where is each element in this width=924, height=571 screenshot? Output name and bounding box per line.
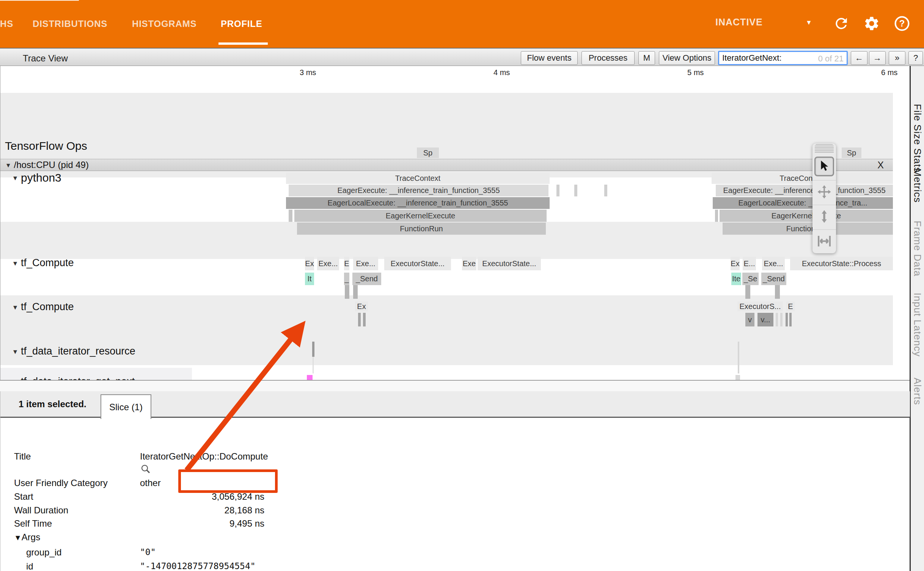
collapse-arrow-icon[interactable]: ▾ bbox=[6, 161, 10, 169]
trace-slice[interactable] bbox=[312, 342, 314, 357]
trace-slice[interactable] bbox=[358, 313, 361, 326]
more-button[interactable]: » bbox=[889, 51, 905, 65]
move-arrows-icon bbox=[816, 184, 832, 201]
tab-histograms[interactable]: HISTOGRAMS bbox=[132, 0, 196, 48]
trace-slice[interactable]: EagerLocalExecute: __inference_tra... bbox=[713, 197, 893, 209]
sidebar-tab-input-latency[interactable]: Input Latency bbox=[911, 293, 923, 357]
trace-slice[interactable]: EagerExecute: __inference_train_function… bbox=[289, 185, 548, 196]
gear-icon[interactable] bbox=[862, 14, 882, 33]
processes-button[interactable]: Processes bbox=[581, 51, 635, 65]
trace-slice[interactable]: EagerKernelExecute bbox=[294, 210, 547, 222]
trace-slice[interactable] bbox=[789, 313, 792, 326]
trace-slice[interactable] bbox=[353, 285, 358, 299]
trace-slice[interactable]: _Send bbox=[761, 273, 786, 285]
trace-slice[interactable] bbox=[345, 285, 349, 299]
trace-slice[interactable]: ExecutorS... bbox=[737, 301, 783, 311]
trace-timeline-canvas[interactable]: 3 ms4 ms5 ms6 msTraceContextTraceContext… bbox=[0, 66, 924, 380]
trace-slice[interactable]: FunctionRun bbox=[297, 223, 546, 235]
selection-tool-button[interactable] bbox=[812, 153, 836, 180]
trace-slice[interactable]: TraceContext bbox=[712, 173, 893, 184]
trace-slice[interactable]: ExecutorState... bbox=[384, 257, 451, 270]
trace-slice[interactable]: ExecutorState::Process bbox=[790, 257, 893, 270]
trace-slice[interactable]: Ex bbox=[731, 257, 740, 270]
tab-profile[interactable]: PROFILE bbox=[221, 0, 262, 48]
trace-search-input[interactable] bbox=[719, 52, 847, 64]
collapse-arrow-icon[interactable]: ▾ bbox=[13, 259, 17, 268]
run-status-dropdown[interactable]: INACTIVE▼ bbox=[715, 17, 763, 28]
trace-slice[interactable]: E bbox=[786, 301, 795, 311]
row-label-tensorflow-ops[interactable]: TensorFlow Ops bbox=[5, 140, 87, 152]
trace-slice[interactable] bbox=[604, 185, 607, 196]
trace-slice[interactable]: Ite bbox=[731, 273, 741, 285]
trace-slice[interactable]: Exe... bbox=[317, 257, 339, 270]
find-next-button[interactable]: → bbox=[869, 51, 886, 65]
trace-slice[interactable] bbox=[776, 313, 778, 326]
collapse-arrow-icon[interactable]: ▾ bbox=[13, 303, 17, 312]
trace-slice[interactable]: It bbox=[305, 273, 314, 285]
trace-slice[interactable] bbox=[780, 313, 783, 326]
trace-slice[interactable] bbox=[738, 342, 739, 373]
find-prev-button[interactable]: ← bbox=[851, 51, 867, 65]
timing-tool-button[interactable] bbox=[812, 230, 836, 254]
trace-slice[interactable] bbox=[715, 210, 718, 222]
sidebar-tab-metrics[interactable]: Metrics bbox=[911, 168, 923, 203]
trace-slice[interactable]: Sp bbox=[417, 147, 439, 158]
trace-slice[interactable]: ExecutorState... bbox=[478, 257, 541, 270]
trace-slice[interactable]: EagerExecute: __inference_train_function… bbox=[716, 185, 893, 196]
trace-slice[interactable]: _Send bbox=[352, 273, 381, 285]
trace-slice[interactable]: EagerLocalExecute: __inference_train_fun… bbox=[286, 197, 550, 209]
trace-slice[interactable]: Ex bbox=[305, 257, 314, 270]
collapse-arrow-icon[interactable]: ▾ bbox=[13, 347, 17, 356]
sidebar-tab-frame-data[interactable]: Frame Data bbox=[911, 221, 923, 276]
tab-distributions[interactable]: DISTRIBUTIONS bbox=[33, 0, 107, 48]
sidebar-tab-file-size-stats[interactable]: File Size Stats bbox=[911, 104, 923, 173]
help-button[interactable]: ? bbox=[908, 51, 923, 65]
trace-slice[interactable]: Ex bbox=[355, 301, 368, 311]
chevron-down-icon[interactable]: ▼ bbox=[806, 19, 812, 27]
collapse-arrow-icon[interactable]: ▾ bbox=[13, 173, 17, 182]
refresh-icon[interactable] bbox=[831, 14, 851, 33]
trace-slice[interactable]: E... bbox=[743, 257, 756, 270]
trace-slice[interactable] bbox=[363, 313, 366, 326]
tab-hs[interactable]: HS bbox=[0, 0, 13, 48]
trace-slice[interactable]: Exe... bbox=[762, 257, 785, 270]
help-icon[interactable]: ? bbox=[892, 14, 912, 33]
row-label-python3[interactable]: ▾python3 bbox=[13, 171, 61, 184]
trace-slice[interactable]: _ bbox=[344, 273, 349, 285]
magnifier-icon[interactable] bbox=[140, 463, 151, 477]
trace-slice[interactable] bbox=[745, 285, 750, 299]
trace-slice[interactable]: Sp bbox=[842, 147, 861, 158]
trace-slice[interactable]: v... bbox=[757, 313, 773, 326]
trace-slice[interactable]: EagerKernelExecute bbox=[720, 210, 893, 222]
detail-row-self-time: Self Time9,495 ns bbox=[14, 518, 886, 531]
m-button[interactable]: M bbox=[638, 51, 655, 65]
timing-range-icon bbox=[816, 233, 832, 251]
horizontal-scrollbar[interactable] bbox=[0, 380, 910, 391]
trace-slice[interactable] bbox=[786, 313, 788, 326]
row-label-tf-compute[interactable]: ▾tf_Compute bbox=[13, 257, 74, 269]
trace-slice[interactable]: FunctionRun bbox=[723, 223, 893, 235]
trace-slice[interactable] bbox=[289, 210, 292, 222]
trace-slice[interactable] bbox=[313, 357, 314, 373]
pan-tool-button[interactable] bbox=[812, 180, 836, 205]
collapse-arrow-icon[interactable]: ▼ bbox=[14, 533, 22, 542]
view-options-button[interactable]: View Options bbox=[659, 51, 715, 65]
trace-slice[interactable]: _Se bbox=[742, 273, 759, 285]
trace-slice[interactable]: v bbox=[745, 313, 754, 326]
close-process-button[interactable]: X bbox=[877, 160, 884, 171]
flow-events-button[interactable]: Flow events bbox=[521, 51, 578, 65]
tab-slice[interactable]: Slice (1) bbox=[101, 394, 151, 419]
zoom-tool-button[interactable] bbox=[812, 205, 836, 230]
trace-slice[interactable]: Exe... bbox=[353, 257, 378, 270]
process-header-host-cpu[interactable]: ▾/host:CPU (pid 49)X bbox=[0, 159, 893, 171]
sidebar-tab-alerts[interactable]: Alerts bbox=[911, 378, 923, 405]
trace-slice[interactable] bbox=[574, 185, 577, 196]
trace-slice[interactable]: Exe bbox=[462, 257, 476, 270]
palette-drag-handle-icon[interactable] bbox=[815, 143, 834, 153]
row-label-tf-compute[interactable]: ▾tf_Compute bbox=[13, 301, 74, 313]
trace-slice[interactable] bbox=[556, 185, 559, 196]
trace-slice[interactable]: TraceContext bbox=[286, 173, 550, 184]
trace-slice[interactable] bbox=[775, 285, 780, 299]
trace-slice[interactable]: E bbox=[344, 257, 349, 270]
row-label-tf-data-iterator-resource[interactable]: ▾tf_data_iterator_resource bbox=[13, 345, 135, 357]
